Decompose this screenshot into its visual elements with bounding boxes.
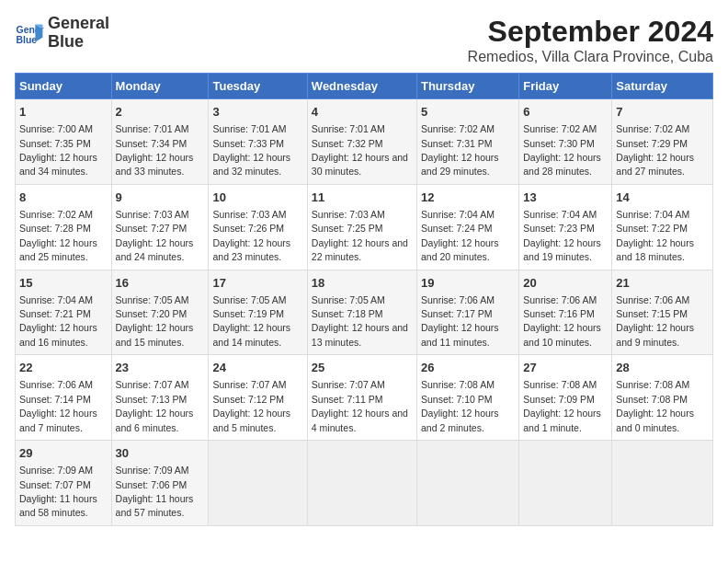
calendar-cell: 14Sunrise: 7:04 AMSunset: 7:22 PMDayligh… — [612, 184, 713, 270]
day-info: Sunrise: 7:00 AMSunset: 7:35 PMDaylight:… — [19, 123, 97, 177]
day-number: 16 — [116, 275, 205, 292]
day-info: Sunrise: 7:02 AMSunset: 7:30 PMDaylight:… — [523, 123, 601, 177]
calendar-cell: 15Sunrise: 7:04 AMSunset: 7:21 PMDayligh… — [16, 270, 112, 355]
day-number: 5 — [421, 104, 515, 121]
day-info: Sunrise: 7:03 AMSunset: 7:27 PMDaylight:… — [116, 209, 194, 262]
day-info: Sunrise: 7:05 AMSunset: 7:19 PMDaylight:… — [212, 294, 290, 348]
title-block: September 2024 Remedios, Villa Clara Pro… — [468, 15, 713, 65]
header-sunday: Sunday — [16, 74, 112, 99]
day-info: Sunrise: 7:07 AMSunset: 7:13 PMDaylight:… — [116, 379, 194, 432]
calendar-cell — [519, 441, 612, 526]
day-info: Sunrise: 7:04 AMSunset: 7:23 PMDaylight:… — [523, 209, 601, 262]
day-info: Sunrise: 7:06 AMSunset: 7:17 PMDaylight:… — [421, 294, 499, 348]
day-number: 26 — [421, 360, 515, 376]
day-info: Sunrise: 7:02 AMSunset: 7:28 PMDaylight:… — [19, 209, 97, 262]
calendar-row: 15Sunrise: 7:04 AMSunset: 7:21 PMDayligh… — [16, 270, 713, 355]
day-info: Sunrise: 7:03 AMSunset: 7:25 PMDaylight:… — [312, 209, 408, 262]
day-number: 30 — [116, 445, 205, 462]
calendar-cell: 29Sunrise: 7:09 AMSunset: 7:07 PMDayligh… — [16, 441, 112, 526]
day-info: Sunrise: 7:08 AMSunset: 7:09 PMDaylight:… — [523, 379, 601, 432]
day-info: Sunrise: 7:07 AMSunset: 7:11 PMDaylight:… — [312, 379, 408, 432]
calendar-cell: 25Sunrise: 7:07 AMSunset: 7:11 PMDayligh… — [307, 355, 416, 441]
day-number: 8 — [19, 190, 108, 206]
calendar-cell: 19Sunrise: 7:06 AMSunset: 7:17 PMDayligh… — [416, 270, 518, 355]
calendar-table: Sunday Monday Tuesday Wednesday Thursday… — [15, 73, 713, 526]
calendar-cell: 23Sunrise: 7:07 AMSunset: 7:13 PMDayligh… — [111, 355, 209, 441]
day-number: 7 — [616, 104, 709, 121]
calendar-cell — [416, 441, 518, 526]
svg-text:Blue: Blue — [17, 35, 38, 45]
calendar-cell: 11Sunrise: 7:03 AMSunset: 7:25 PMDayligh… — [307, 184, 416, 270]
day-info: Sunrise: 7:08 AMSunset: 7:08 PMDaylight:… — [616, 379, 694, 432]
calendar-cell: 21Sunrise: 7:06 AMSunset: 7:15 PMDayligh… — [612, 270, 713, 355]
day-number: 3 — [212, 104, 302, 121]
day-info: Sunrise: 7:06 AMSunset: 7:14 PMDaylight:… — [19, 379, 97, 432]
day-info: Sunrise: 7:02 AMSunset: 7:31 PMDaylight:… — [421, 123, 499, 177]
day-info: Sunrise: 7:06 AMSunset: 7:15 PMDaylight:… — [616, 294, 694, 348]
calendar-cell: 17Sunrise: 7:05 AMSunset: 7:19 PMDayligh… — [209, 270, 307, 355]
day-number: 11 — [312, 190, 413, 206]
day-number: 13 — [523, 190, 608, 206]
day-number: 9 — [116, 190, 205, 206]
day-info: Sunrise: 7:01 AMSunset: 7:34 PMDaylight:… — [116, 123, 194, 177]
day-number: 23 — [116, 360, 205, 376]
day-number: 10 — [212, 190, 302, 206]
calendar-cell: 3Sunrise: 7:01 AMSunset: 7:33 PMDaylight… — [209, 99, 307, 185]
calendar-cell — [612, 441, 713, 526]
calendar-header-row: Sunday Monday Tuesday Wednesday Thursday… — [16, 74, 713, 99]
day-number: 18 — [312, 275, 413, 292]
day-number: 27 — [523, 360, 608, 376]
day-number: 4 — [312, 104, 413, 121]
calendar-cell: 10Sunrise: 7:03 AMSunset: 7:26 PMDayligh… — [209, 184, 307, 270]
calendar-cell: 7Sunrise: 7:02 AMSunset: 7:29 PMDaylight… — [612, 99, 713, 185]
day-number: 21 — [616, 275, 709, 292]
header-friday: Friday — [519, 74, 612, 99]
calendar-cell: 20Sunrise: 7:06 AMSunset: 7:16 PMDayligh… — [519, 270, 612, 355]
calendar-cell: 6Sunrise: 7:02 AMSunset: 7:30 PMDaylight… — [519, 99, 612, 185]
calendar-cell: 9Sunrise: 7:03 AMSunset: 7:27 PMDaylight… — [111, 184, 209, 270]
day-number: 12 — [421, 190, 515, 206]
main-title: September 2024 — [468, 15, 713, 49]
calendar-row: 1Sunrise: 7:00 AMSunset: 7:35 PMDaylight… — [16, 99, 713, 185]
calendar-cell — [307, 441, 416, 526]
calendar-cell: 8Sunrise: 7:02 AMSunset: 7:28 PMDaylight… — [16, 184, 112, 270]
page-header: General Blue General Blue September 2024… — [15, 15, 713, 65]
logo: General Blue General Blue — [15, 15, 109, 52]
day-number: 28 — [616, 360, 709, 376]
day-info: Sunrise: 7:04 AMSunset: 7:24 PMDaylight:… — [421, 209, 499, 262]
day-info: Sunrise: 7:02 AMSunset: 7:29 PMDaylight:… — [616, 123, 694, 177]
calendar-cell: 18Sunrise: 7:05 AMSunset: 7:18 PMDayligh… — [307, 270, 416, 355]
day-info: Sunrise: 7:09 AMSunset: 7:07 PMDaylight:… — [19, 465, 97, 518]
calendar-cell: 27Sunrise: 7:08 AMSunset: 7:09 PMDayligh… — [519, 355, 612, 441]
day-number: 24 — [212, 360, 302, 376]
day-info: Sunrise: 7:05 AMSunset: 7:18 PMDaylight:… — [312, 294, 408, 348]
day-info: Sunrise: 7:05 AMSunset: 7:20 PMDaylight:… — [116, 294, 194, 348]
day-info: Sunrise: 7:01 AMSunset: 7:32 PMDaylight:… — [312, 123, 408, 177]
calendar-row: 29Sunrise: 7:09 AMSunset: 7:07 PMDayligh… — [16, 441, 713, 526]
logo-icon: General Blue — [15, 18, 44, 48]
calendar-cell: 12Sunrise: 7:04 AMSunset: 7:24 PMDayligh… — [416, 184, 518, 270]
day-number: 15 — [19, 275, 108, 292]
day-number: 6 — [523, 104, 608, 121]
calendar-row: 8Sunrise: 7:02 AMSunset: 7:28 PMDaylight… — [16, 184, 713, 270]
calendar-cell: 13Sunrise: 7:04 AMSunset: 7:23 PMDayligh… — [519, 184, 612, 270]
day-number: 22 — [19, 360, 108, 376]
calendar-cell: 22Sunrise: 7:06 AMSunset: 7:14 PMDayligh… — [16, 355, 112, 441]
day-number: 19 — [421, 275, 515, 292]
calendar-cell: 1Sunrise: 7:00 AMSunset: 7:35 PMDaylight… — [16, 99, 112, 185]
day-number: 20 — [523, 275, 608, 292]
day-number: 17 — [212, 275, 302, 292]
calendar-cell — [209, 441, 307, 526]
day-number: 2 — [116, 104, 205, 121]
header-saturday: Saturday — [612, 74, 713, 99]
calendar-cell: 28Sunrise: 7:08 AMSunset: 7:08 PMDayligh… — [612, 355, 713, 441]
calendar-cell: 26Sunrise: 7:08 AMSunset: 7:10 PMDayligh… — [416, 355, 518, 441]
calendar-cell: 4Sunrise: 7:01 AMSunset: 7:32 PMDaylight… — [307, 99, 416, 185]
header-wednesday: Wednesday — [307, 74, 416, 99]
header-thursday: Thursday — [416, 74, 518, 99]
logo-text: General Blue — [48, 15, 109, 52]
day-info: Sunrise: 7:04 AMSunset: 7:22 PMDaylight:… — [616, 209, 694, 262]
calendar-cell: 30Sunrise: 7:09 AMSunset: 7:06 PMDayligh… — [111, 441, 209, 526]
day-info: Sunrise: 7:09 AMSunset: 7:06 PMDaylight:… — [116, 465, 194, 518]
day-info: Sunrise: 7:07 AMSunset: 7:12 PMDaylight:… — [212, 379, 290, 432]
